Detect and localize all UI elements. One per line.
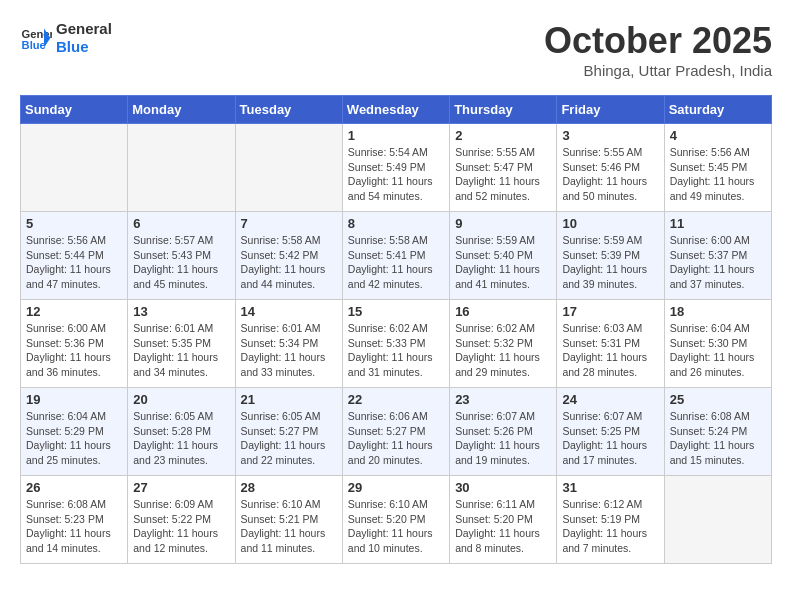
weekday-header: Monday xyxy=(128,96,235,124)
calendar-cell: 19Sunrise: 6:04 AMSunset: 5:29 PMDayligh… xyxy=(21,388,128,476)
calendar-cell: 2Sunrise: 5:55 AMSunset: 5:47 PMDaylight… xyxy=(450,124,557,212)
day-info: Sunrise: 6:06 AMSunset: 5:27 PMDaylight:… xyxy=(348,409,444,468)
day-number: 4 xyxy=(670,128,766,143)
day-info: Sunrise: 6:04 AMSunset: 5:29 PMDaylight:… xyxy=(26,409,122,468)
day-info: Sunrise: 6:10 AMSunset: 5:21 PMDaylight:… xyxy=(241,497,337,556)
calendar-week-row: 19Sunrise: 6:04 AMSunset: 5:29 PMDayligh… xyxy=(21,388,772,476)
calendar-cell: 13Sunrise: 6:01 AMSunset: 5:35 PMDayligh… xyxy=(128,300,235,388)
day-number: 1 xyxy=(348,128,444,143)
day-number: 21 xyxy=(241,392,337,407)
day-info: Sunrise: 5:59 AMSunset: 5:40 PMDaylight:… xyxy=(455,233,551,292)
day-number: 11 xyxy=(670,216,766,231)
day-info: Sunrise: 5:55 AMSunset: 5:47 PMDaylight:… xyxy=(455,145,551,204)
day-number: 10 xyxy=(562,216,658,231)
logo-line2: Blue xyxy=(56,38,112,56)
calendar-cell xyxy=(235,124,342,212)
calendar-cell: 15Sunrise: 6:02 AMSunset: 5:33 PMDayligh… xyxy=(342,300,449,388)
day-number: 23 xyxy=(455,392,551,407)
day-number: 9 xyxy=(455,216,551,231)
day-number: 7 xyxy=(241,216,337,231)
day-number: 14 xyxy=(241,304,337,319)
calendar-cell: 29Sunrise: 6:10 AMSunset: 5:20 PMDayligh… xyxy=(342,476,449,564)
calendar-cell: 28Sunrise: 6:10 AMSunset: 5:21 PMDayligh… xyxy=(235,476,342,564)
day-number: 3 xyxy=(562,128,658,143)
calendar-table: SundayMondayTuesdayWednesdayThursdayFrid… xyxy=(20,95,772,564)
weekday-header: Sunday xyxy=(21,96,128,124)
calendar-cell: 7Sunrise: 5:58 AMSunset: 5:42 PMDaylight… xyxy=(235,212,342,300)
day-number: 29 xyxy=(348,480,444,495)
day-number: 18 xyxy=(670,304,766,319)
calendar-cell: 26Sunrise: 6:08 AMSunset: 5:23 PMDayligh… xyxy=(21,476,128,564)
day-info: Sunrise: 5:55 AMSunset: 5:46 PMDaylight:… xyxy=(562,145,658,204)
calendar-cell: 30Sunrise: 6:11 AMSunset: 5:20 PMDayligh… xyxy=(450,476,557,564)
day-info: Sunrise: 5:58 AMSunset: 5:42 PMDaylight:… xyxy=(241,233,337,292)
calendar-cell: 31Sunrise: 6:12 AMSunset: 5:19 PMDayligh… xyxy=(557,476,664,564)
calendar-cell: 12Sunrise: 6:00 AMSunset: 5:36 PMDayligh… xyxy=(21,300,128,388)
calendar-cell: 25Sunrise: 6:08 AMSunset: 5:24 PMDayligh… xyxy=(664,388,771,476)
day-info: Sunrise: 6:08 AMSunset: 5:23 PMDaylight:… xyxy=(26,497,122,556)
location-subtitle: Bhinga, Uttar Pradesh, India xyxy=(544,62,772,79)
day-info: Sunrise: 6:10 AMSunset: 5:20 PMDaylight:… xyxy=(348,497,444,556)
day-info: Sunrise: 5:56 AMSunset: 5:45 PMDaylight:… xyxy=(670,145,766,204)
day-info: Sunrise: 6:09 AMSunset: 5:22 PMDaylight:… xyxy=(133,497,229,556)
day-number: 22 xyxy=(348,392,444,407)
day-number: 27 xyxy=(133,480,229,495)
calendar-week-row: 1Sunrise: 5:54 AMSunset: 5:49 PMDaylight… xyxy=(21,124,772,212)
day-number: 15 xyxy=(348,304,444,319)
day-number: 6 xyxy=(133,216,229,231)
calendar-cell: 23Sunrise: 6:07 AMSunset: 5:26 PMDayligh… xyxy=(450,388,557,476)
day-number: 28 xyxy=(241,480,337,495)
day-number: 31 xyxy=(562,480,658,495)
calendar-cell: 24Sunrise: 6:07 AMSunset: 5:25 PMDayligh… xyxy=(557,388,664,476)
calendar-week-row: 12Sunrise: 6:00 AMSunset: 5:36 PMDayligh… xyxy=(21,300,772,388)
calendar-cell: 27Sunrise: 6:09 AMSunset: 5:22 PMDayligh… xyxy=(128,476,235,564)
calendar-cell: 21Sunrise: 6:05 AMSunset: 5:27 PMDayligh… xyxy=(235,388,342,476)
page-header: General Blue General Blue October 2025 B… xyxy=(20,20,772,79)
title-block: October 2025 Bhinga, Uttar Pradesh, Indi… xyxy=(544,20,772,79)
day-info: Sunrise: 5:56 AMSunset: 5:44 PMDaylight:… xyxy=(26,233,122,292)
weekday-header: Tuesday xyxy=(235,96,342,124)
calendar-cell: 1Sunrise: 5:54 AMSunset: 5:49 PMDaylight… xyxy=(342,124,449,212)
calendar-cell: 8Sunrise: 5:58 AMSunset: 5:41 PMDaylight… xyxy=(342,212,449,300)
calendar-cell: 14Sunrise: 6:01 AMSunset: 5:34 PMDayligh… xyxy=(235,300,342,388)
logo: General Blue General Blue xyxy=(20,20,112,56)
logo-icon: General Blue xyxy=(20,22,52,54)
day-number: 8 xyxy=(348,216,444,231)
svg-text:Blue: Blue xyxy=(22,39,46,51)
day-info: Sunrise: 6:01 AMSunset: 5:35 PMDaylight:… xyxy=(133,321,229,380)
day-info: Sunrise: 6:00 AMSunset: 5:36 PMDaylight:… xyxy=(26,321,122,380)
day-number: 12 xyxy=(26,304,122,319)
day-number: 13 xyxy=(133,304,229,319)
day-info: Sunrise: 6:05 AMSunset: 5:27 PMDaylight:… xyxy=(241,409,337,468)
calendar-week-row: 5Sunrise: 5:56 AMSunset: 5:44 PMDaylight… xyxy=(21,212,772,300)
calendar-cell xyxy=(664,476,771,564)
day-number: 24 xyxy=(562,392,658,407)
day-info: Sunrise: 6:02 AMSunset: 5:32 PMDaylight:… xyxy=(455,321,551,380)
calendar-cell: 5Sunrise: 5:56 AMSunset: 5:44 PMDaylight… xyxy=(21,212,128,300)
day-info: Sunrise: 5:57 AMSunset: 5:43 PMDaylight:… xyxy=(133,233,229,292)
day-info: Sunrise: 6:00 AMSunset: 5:37 PMDaylight:… xyxy=(670,233,766,292)
day-number: 26 xyxy=(26,480,122,495)
day-number: 5 xyxy=(26,216,122,231)
calendar-week-row: 26Sunrise: 6:08 AMSunset: 5:23 PMDayligh… xyxy=(21,476,772,564)
day-info: Sunrise: 5:54 AMSunset: 5:49 PMDaylight:… xyxy=(348,145,444,204)
day-number: 25 xyxy=(670,392,766,407)
weekday-header: Saturday xyxy=(664,96,771,124)
day-info: Sunrise: 6:03 AMSunset: 5:31 PMDaylight:… xyxy=(562,321,658,380)
calendar-cell: 11Sunrise: 6:00 AMSunset: 5:37 PMDayligh… xyxy=(664,212,771,300)
calendar-cell: 9Sunrise: 5:59 AMSunset: 5:40 PMDaylight… xyxy=(450,212,557,300)
day-number: 16 xyxy=(455,304,551,319)
calendar-cell: 3Sunrise: 5:55 AMSunset: 5:46 PMDaylight… xyxy=(557,124,664,212)
day-number: 30 xyxy=(455,480,551,495)
day-info: Sunrise: 6:01 AMSunset: 5:34 PMDaylight:… xyxy=(241,321,337,380)
weekday-header: Friday xyxy=(557,96,664,124)
month-title: October 2025 xyxy=(544,20,772,62)
day-info: Sunrise: 6:04 AMSunset: 5:30 PMDaylight:… xyxy=(670,321,766,380)
weekday-header-row: SundayMondayTuesdayWednesdayThursdayFrid… xyxy=(21,96,772,124)
day-info: Sunrise: 6:11 AMSunset: 5:20 PMDaylight:… xyxy=(455,497,551,556)
day-info: Sunrise: 5:58 AMSunset: 5:41 PMDaylight:… xyxy=(348,233,444,292)
day-info: Sunrise: 6:05 AMSunset: 5:28 PMDaylight:… xyxy=(133,409,229,468)
day-info: Sunrise: 5:59 AMSunset: 5:39 PMDaylight:… xyxy=(562,233,658,292)
day-number: 19 xyxy=(26,392,122,407)
calendar-cell: 10Sunrise: 5:59 AMSunset: 5:39 PMDayligh… xyxy=(557,212,664,300)
